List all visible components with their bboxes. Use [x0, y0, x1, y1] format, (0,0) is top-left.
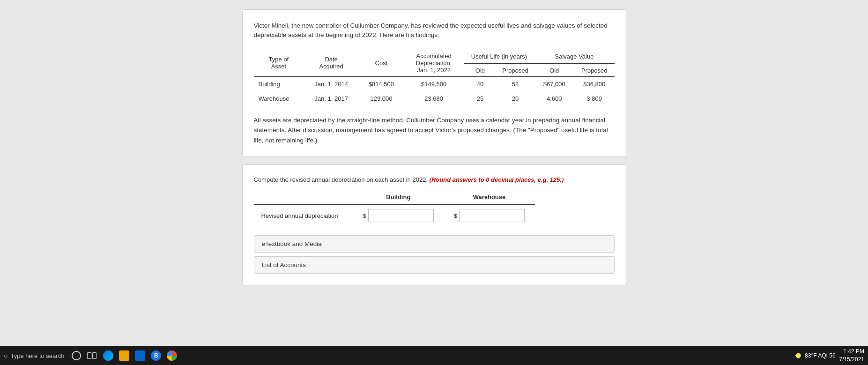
cell-warehouse-accum: 23,680	[404, 91, 464, 106]
taskbar-right-area: 83°F AQI 56 1:42 PM 7/15/2021	[794, 348, 864, 364]
building-dollar-symbol: $	[363, 212, 366, 219]
warehouse-input-group: $	[451, 209, 527, 222]
start-button[interactable]	[71, 350, 82, 361]
instruction-highlight: (Round answers to 0 decimal places, e.g.…	[430, 176, 564, 183]
taskview-icon[interactable]	[87, 350, 98, 361]
th-sv-proposed: Proposed	[574, 63, 615, 76]
th-ul-proposed: Proposed	[497, 63, 534, 76]
th-useful-life-group: Useful Life (in years)	[464, 50, 534, 64]
edge-icon-shape	[103, 350, 113, 361]
cell-building-sv-old: $67,000	[534, 76, 574, 91]
cell-building-sv-proposed: $36,800	[574, 76, 615, 91]
asset-table-wrapper: Type ofAsset DateAcquired Cost Accumulat…	[254, 50, 615, 106]
th-ul-old: Old	[464, 63, 496, 76]
building-answer-input[interactable]	[368, 209, 434, 222]
time-line1: 1:42 PM	[839, 348, 864, 356]
table-row-building: Building Jan. 1, 2014 $814,500 $149,500 …	[254, 76, 615, 91]
note-paragraph: All assets are depreciated by the straig…	[254, 115, 615, 146]
cell-building-type: Building	[254, 76, 304, 91]
th-type-asset: Type ofAsset	[254, 50, 304, 77]
warehouse-input-cell: $	[444, 205, 534, 226]
second-card: Compute the revised annual depreciation …	[242, 164, 626, 285]
cell-warehouse-ul-proposed: 20	[497, 91, 534, 106]
mail-icon[interactable]	[134, 350, 146, 361]
building-input-group: $	[360, 209, 436, 222]
list-of-accounts-button[interactable]: List of Accounts	[254, 256, 615, 274]
taskbar-search-area[interactable]: ○ Type here to search	[4, 352, 64, 359]
building-input-cell: $	[353, 205, 444, 226]
intro-paragraph: Victor Mineli, the new controller of Cul…	[254, 21, 615, 40]
mail-icon-shape	[135, 350, 145, 361]
revised-depreciation-label: Revised annual depreciation	[254, 205, 353, 226]
search-text: Type here to search	[10, 352, 64, 359]
blue-b-shape: B	[151, 350, 161, 361]
th-accumulated-dep: AccumulatedDepreciation,Jan. 1, 2022	[404, 50, 464, 77]
taskbar-icons: B	[71, 350, 178, 361]
cell-warehouse-cost: 123,000	[359, 91, 404, 106]
instruction-plain: Compute the revised annual depreciation …	[254, 176, 428, 183]
cell-warehouse-ul-old: 25	[464, 91, 496, 106]
blue-b-icon[interactable]: B	[150, 350, 162, 361]
cell-warehouse-date: Jan. 1, 2017	[304, 91, 359, 106]
weather-display: 83°F AQI 56	[794, 351, 836, 360]
cell-building-ul-proposed: 58	[497, 76, 534, 91]
start-circle	[72, 351, 81, 360]
instruction-text: Compute the revised annual depreciation …	[254, 176, 615, 183]
cell-warehouse-sv-old: 4,600	[534, 91, 574, 106]
th-date-acquired: DateAcquired	[304, 50, 359, 77]
th-cost: Cost	[359, 50, 404, 77]
edge-icon[interactable]	[103, 350, 114, 361]
th-sv-old: Old	[534, 63, 574, 76]
asset-table: Type ofAsset DateAcquired Cost Accumulat…	[254, 50, 615, 106]
cell-building-ul-old: 40	[464, 76, 496, 91]
time-line2: 7/15/2021	[839, 356, 864, 364]
th-building: Building	[353, 191, 444, 205]
warehouse-answer-input[interactable]	[459, 209, 525, 222]
cell-warehouse-sv-proposed: 3,800	[574, 91, 615, 106]
taskbar: ○ Type here to search B	[0, 346, 868, 365]
answer-table: Building Warehouse Revised annual deprec…	[254, 191, 535, 226]
answer-row: Revised annual depreciation $ $	[254, 205, 535, 226]
cell-warehouse-type: Warehouse	[254, 91, 304, 106]
chrome-icon[interactable]	[166, 350, 178, 361]
cell-building-cost: $814,500	[359, 76, 404, 91]
search-icon: ○	[4, 352, 7, 359]
taskview-icon-shape	[87, 351, 97, 360]
button-row: eTextbook and Media List of Accounts	[254, 235, 615, 274]
cell-building-date: Jan. 1, 2014	[304, 76, 359, 91]
table-row-warehouse: Warehouse Jan. 1, 2017 123,000 23,680 25…	[254, 91, 615, 106]
chrome-icon-shape	[167, 350, 177, 361]
weather-icon	[794, 351, 803, 360]
weather-text: 83°F AQI 56	[805, 352, 836, 359]
th-warehouse: Warehouse	[444, 191, 534, 205]
warehouse-dollar-symbol: $	[454, 212, 457, 219]
first-card: Victor Mineli, the new controller of Cul…	[242, 9, 626, 157]
th-empty	[254, 191, 353, 205]
folder-icon-shape	[119, 350, 129, 361]
cell-building-accum: $149,500	[404, 76, 464, 91]
folder-icon[interactable]	[119, 350, 130, 361]
clock-display: 1:42 PM 7/15/2021	[839, 348, 864, 364]
th-salvage-value-group: Salvage Value	[534, 50, 615, 64]
etextbook-button[interactable]: eTextbook and Media	[254, 235, 615, 253]
